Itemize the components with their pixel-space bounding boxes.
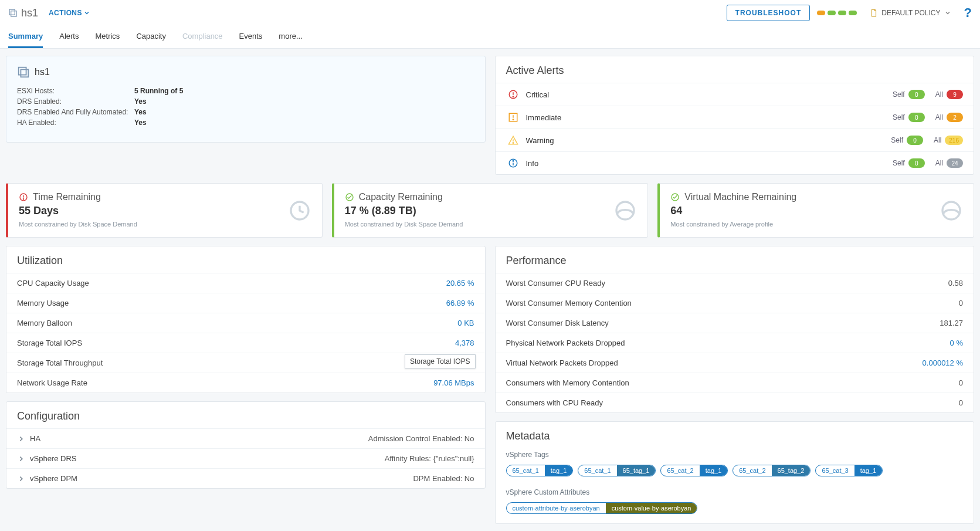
configuration-card: Configuration HAAdmission Control Enable… bbox=[6, 401, 486, 489]
kpi-virtual-machine-remaining[interactable]: Virtual Machine Remaining64Most constrai… bbox=[657, 183, 974, 238]
config-label: vSphere DRS bbox=[30, 454, 385, 463]
alert-row-immediate[interactable]: ImmediateSelf0All2 bbox=[496, 106, 974, 128]
summary-value: Yes bbox=[134, 97, 147, 106]
alert-self-count: 0 bbox=[908, 158, 925, 168]
metric-value: 0 bbox=[959, 398, 963, 407]
metric-value[interactable]: 97.06 MBps bbox=[433, 378, 474, 387]
kpi-time-remaining[interactable]: Time Remaining55 DaysMost constrained by… bbox=[6, 183, 323, 238]
header-bar: hs1 ACTIONS TROUBLESHOOT DEFAULT POLICY … bbox=[0, 0, 980, 26]
tag-chip[interactable]: 65_cat_1tag_1 bbox=[506, 465, 574, 476]
chip-value: 65_tag_2 bbox=[772, 465, 811, 476]
metric-value: 0 bbox=[959, 299, 963, 307]
kpi-status-icon bbox=[345, 192, 354, 202]
tab-events[interactable]: Events bbox=[239, 26, 263, 48]
utilization-row: Storage Total IOPS4,378 bbox=[6, 333, 485, 353]
alert-row-info[interactable]: InfoSelf0All24 bbox=[496, 151, 974, 174]
metadata-card: Metadata vSphere Tags 65_cat_1tag_165_ca… bbox=[495, 421, 975, 524]
svg-point-14 bbox=[513, 161, 514, 162]
metric-value[interactable]: 4,378 bbox=[455, 339, 474, 347]
health-badges[interactable] bbox=[817, 11, 857, 15]
kpi-title: Time Remaining bbox=[33, 192, 101, 202]
metric-label: Physical Network Packets Dropped bbox=[506, 339, 625, 347]
gauge-icon bbox=[940, 199, 963, 222]
kpi-capacity-remaining[interactable]: Capacity Remaining17 % (8.89 TB)Most con… bbox=[332, 183, 649, 238]
tag-chip[interactable]: 65_cat_165_tag_1 bbox=[578, 465, 656, 476]
alert-name: Warning bbox=[526, 136, 881, 145]
config-label: HA bbox=[30, 434, 368, 443]
summary-kv-row: ESXi Hosts:5 Running of 5 bbox=[17, 87, 474, 95]
performance-row: Consumers with CPU Ready0 bbox=[496, 393, 974, 412]
chip-value: 65_tag_1 bbox=[617, 465, 656, 476]
alert-self-count: 0 bbox=[908, 113, 925, 122]
chevron-down-icon bbox=[944, 9, 951, 16]
help-icon[interactable]: ? bbox=[964, 5, 972, 21]
utilization-row: Memory Balloon0 KB bbox=[6, 313, 485, 333]
alert-self-label: Self bbox=[893, 113, 905, 121]
chevron-right-icon bbox=[17, 455, 25, 463]
kpi-title: Capacity Remaining bbox=[359, 192, 443, 202]
summary-kv-row: HA Enabled:Yes bbox=[17, 119, 474, 127]
tooltip: Storage Total IOPS bbox=[405, 354, 476, 368]
alert-all-label: All bbox=[935, 113, 943, 121]
metric-value[interactable]: 66.89 % bbox=[446, 299, 474, 307]
attrs-label: vSphere Custom Attributes bbox=[496, 486, 974, 502]
config-value: DPM Enabled: No bbox=[413, 474, 474, 483]
health-badge[interactable] bbox=[838, 11, 846, 15]
alert-row-warning[interactable]: WarningSelf0All216 bbox=[496, 128, 974, 151]
summary-kv-row: DRS Enabled:Yes bbox=[17, 97, 474, 106]
kpi-status-icon bbox=[19, 192, 28, 202]
alert-all-label: All bbox=[935, 159, 943, 167]
metric-label: Consumers with CPU Ready bbox=[506, 398, 603, 407]
tag-chip[interactable]: 65_cat_265_tag_2 bbox=[733, 465, 811, 476]
utilization-row: Storage Total ThroughputStorage Total IO… bbox=[6, 353, 485, 373]
performance-row: Virtual Network Packets Dropped0.000012 … bbox=[496, 353, 974, 373]
alert-row-critical[interactable]: CriticalSelf0All9 bbox=[496, 83, 974, 106]
metric-label: Memory Balloon bbox=[17, 319, 72, 327]
tab-alerts[interactable]: Alerts bbox=[59, 26, 79, 48]
health-badge[interactable] bbox=[817, 11, 825, 15]
config-row-ha[interactable]: HAAdmission Control Enabled: No bbox=[6, 428, 485, 448]
config-row-vsphere-dpm[interactable]: vSphere DPMDPM Enabled: No bbox=[6, 468, 485, 488]
metric-label: Worst Consumer Memory Contention bbox=[506, 299, 632, 307]
kpi-value: 17 % (8.89 TB) bbox=[345, 205, 637, 217]
summary-name: hs1 bbox=[35, 67, 50, 77]
actions-menu[interactable]: ACTIONS bbox=[49, 9, 90, 17]
alert-self-label: Self bbox=[891, 136, 903, 144]
chip-category: 65_cat_2 bbox=[733, 465, 771, 476]
tab-summary[interactable]: Summary bbox=[8, 26, 43, 48]
tag-chip[interactable]: 65_cat_2tag_1 bbox=[660, 465, 728, 476]
alert-triangle-icon bbox=[506, 135, 520, 146]
utilization-row: CPU Capacity Usage20.65 % bbox=[6, 273, 485, 293]
alert-circle-icon bbox=[506, 89, 520, 100]
performance-row: Physical Network Packets Dropped0 % bbox=[496, 333, 974, 353]
tag-chip[interactable]: custom-attribute-by-aserobyancustom-valu… bbox=[506, 502, 698, 514]
metadata-title: Metadata bbox=[496, 422, 974, 448]
cluster-icon bbox=[8, 8, 18, 18]
metric-value[interactable]: 0.000012 % bbox=[923, 358, 963, 367]
metric-value[interactable]: 0 % bbox=[950, 339, 963, 347]
summary-value: 5 Running of 5 bbox=[134, 87, 183, 95]
svg-rect-0 bbox=[9, 9, 15, 15]
metric-value: 0 bbox=[959, 378, 963, 387]
metric-value: 181.27 bbox=[940, 319, 963, 327]
tab-more[interactable]: more... bbox=[279, 26, 302, 48]
policy-selector[interactable]: DEFAULT POLICY bbox=[870, 9, 951, 17]
tab-metrics[interactable]: Metrics bbox=[95, 26, 120, 48]
active-alerts-card: Active Alerts CriticalSelf0All9Immediate… bbox=[495, 56, 975, 175]
utilization-title: Utilization bbox=[6, 246, 485, 273]
health-badge[interactable] bbox=[849, 11, 857, 15]
tab-capacity[interactable]: Capacity bbox=[136, 26, 166, 48]
chip-category: 65_cat_2 bbox=[661, 465, 699, 476]
tag-chip[interactable]: 65_cat_3tag_1 bbox=[815, 465, 883, 476]
metric-value[interactable]: 0 KB bbox=[457, 319, 474, 327]
troubleshoot-button[interactable]: TROUBLESHOOT bbox=[727, 5, 811, 21]
metric-value[interactable]: 20.65 % bbox=[446, 279, 474, 288]
health-badge[interactable] bbox=[828, 11, 836, 15]
svg-rect-2 bbox=[19, 67, 26, 75]
performance-card: Performance Worst Consumer CPU Ready0.58… bbox=[495, 246, 975, 413]
page-title: hs1 bbox=[21, 7, 38, 19]
config-row-vsphere-drs[interactable]: vSphere DRSAffinity Rules: {"rules":null… bbox=[6, 448, 485, 468]
alert-self-count: 0 bbox=[908, 90, 925, 99]
alert-all-count: 24 bbox=[947, 158, 963, 168]
metric-label: Storage Total Throughput bbox=[17, 358, 103, 367]
